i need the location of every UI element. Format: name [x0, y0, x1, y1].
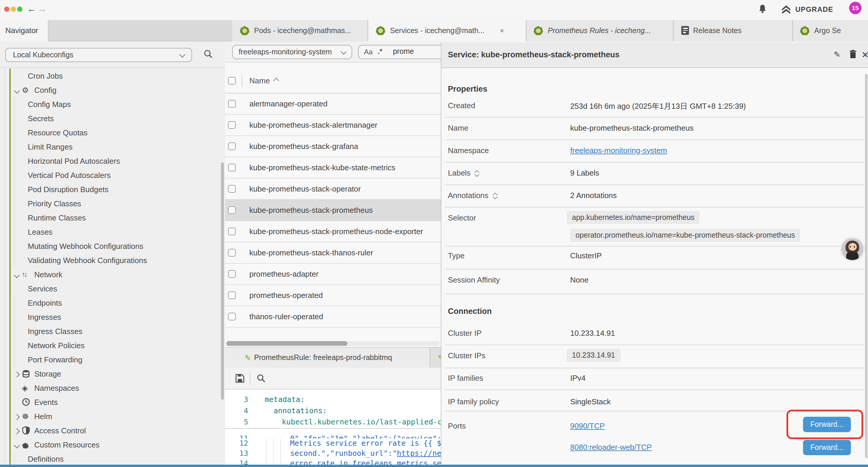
tree-item[interactable]: Cron Jobs [0, 68, 225, 83]
tree-item[interactable]: Custom Resources [0, 437, 225, 451]
table-horizontal-scrollbar[interactable] [226, 341, 440, 346]
table-row[interactable]: prometheus-operated [225, 285, 441, 306]
maximize-window-button[interactable] [17, 6, 23, 11]
tree-item[interactable]: ⚙ Config [0, 83, 225, 97]
tree-item[interactable]: Definitions [0, 451, 225, 466]
row-checkbox[interactable] [228, 185, 236, 193]
table-row[interactable]: kube-prometheus-stack-prometheus-node-ex… [225, 221, 441, 242]
chevron-down-icon[interactable] [15, 85, 22, 95]
name-column-header[interactable]: Name [249, 76, 270, 85]
table-row[interactable]: kube-prometheus-stack-alertmanager [225, 115, 441, 136]
chevron-right-icon[interactable] [15, 411, 22, 421]
table-row[interactable]: kube-prometheus-stack-kube-state-metrics [225, 157, 441, 178]
tree-item[interactable]: Horizontal Pod Autoscalers [0, 154, 225, 168]
search-filter-box[interactable]: Aa .* [358, 45, 441, 59]
trash-icon[interactable] [849, 49, 857, 58]
table-row[interactable]: kube-prometheus-stack-prometheus [225, 200, 441, 221]
row-checkbox[interactable] [228, 100, 236, 108]
tree-item[interactable]: Pod Disruption Budgets [0, 182, 225, 196]
back-arrow-icon[interactable]: ← [27, 4, 36, 13]
tree-item[interactable]: ↑↓ Network [0, 267, 225, 282]
tab-pods[interactable]: ☸ Pods - icecheng@mathmas... [232, 20, 368, 41]
tree-item[interactable]: Ingresses [0, 310, 225, 324]
tree-item[interactable]: Vertical Pod Autoscalers [0, 168, 225, 182]
tree-item[interactable]: Secrets [0, 111, 225, 125]
tree-item[interactable]: Leases [0, 225, 225, 239]
chevron-down-icon[interactable] [15, 269, 22, 280]
kubeconfig-select[interactable]: Local Kubeconfigs [5, 48, 192, 62]
search-icon[interactable] [203, 49, 213, 59]
tab-prometheus-rules[interactable]: ☸ Prometheus Rules - icecheng... [526, 20, 674, 41]
expand-collapse-icon[interactable] [474, 169, 480, 176]
minimize-window-button[interactable] [11, 6, 16, 11]
tree-item[interactable]: Network Policies [0, 338, 225, 352]
tab-services[interactable]: ☸ Services - icecheng@math... × [368, 20, 526, 41]
row-checkbox[interactable] [228, 143, 236, 150]
tab-release-notes[interactable]: Release Notes [674, 20, 793, 41]
row-checkbox[interactable] [228, 249, 236, 257]
row-checkbox[interactable] [228, 313, 236, 320]
tree-item[interactable]: Ingress Classes [0, 324, 225, 338]
tree-item[interactable]: Limit Ranges [0, 140, 225, 154]
table-row[interactable]: kube-prometheus-stack-operator [225, 178, 441, 200]
tab-navigator[interactable]: Navigator [0, 20, 49, 41]
row-checkbox[interactable] [228, 121, 236, 129]
avatar[interactable] [840, 236, 865, 262]
tree-item[interactable]: Storage [0, 367, 225, 381]
tree-item[interactable]: Config Maps [0, 97, 225, 111]
forward-arrow-icon[interactable]: → [38, 4, 47, 13]
namespace-select[interactable]: freeleaps-monitoring-system [232, 45, 352, 59]
table-row[interactable]: kube-prometheus-stack-grafana [225, 136, 441, 157]
chevron-right-icon[interactable] [15, 425, 22, 436]
tree-item[interactable]: ◈ Namespaces [0, 381, 225, 395]
chevron-right-icon[interactable] [15, 368, 22, 379]
bell-icon[interactable] [758, 4, 767, 14]
tree-item[interactable]: Access Control [0, 423, 225, 437]
close-window-button[interactable] [4, 6, 9, 11]
table-row[interactable]: kube-prometheus-stack-thanos-ruler [225, 242, 441, 264]
upgrade-label[interactable]: UPGRADE [795, 5, 833, 13]
search-icon[interactable] [256, 374, 266, 383]
runbook-url-link[interactable]: https://net [397, 449, 441, 458]
port-link-8080[interactable]: 8080:reloader-web/TCP [570, 442, 652, 451]
tree-item[interactable]: Events [0, 395, 225, 409]
row-checkbox[interactable] [228, 164, 236, 171]
tree-item[interactable]: Runtime Classes [0, 210, 225, 225]
tree-item[interactable]: Endpoints [0, 296, 225, 310]
yaml-editor[interactable]: 3 metadata: 4 annotations: 5 kubectl.kub… [225, 389, 441, 465]
drawer-scrollbar[interactable] [865, 74, 867, 458]
match-case-icon[interactable]: Aa [364, 48, 373, 56]
table-row[interactable]: prometheus-adapter [225, 264, 441, 285]
tree-item[interactable]: Validating Webhook Configurations [0, 253, 225, 267]
row-checkbox[interactable] [228, 270, 236, 278]
tree-item[interactable]: Mutating Webhook Configurations [0, 239, 225, 253]
tree-item[interactable]: Resource Quotas [0, 125, 225, 140]
tree-item[interactable]: Services [0, 282, 225, 296]
editor-tab-prometheusrule[interactable]: ✎ PrometheusRule: freeleaps-prod-rabbitm… [225, 348, 430, 368]
save-icon[interactable] [235, 374, 245, 383]
port-link-9090[interactable]: 9090/TCP [570, 421, 605, 430]
table-row[interactable]: alertmanager-operated [225, 93, 441, 115]
row-checkbox[interactable] [228, 228, 236, 235]
regex-icon[interactable]: .* [378, 47, 382, 56]
sidebar-scrollbar[interactable] [221, 163, 224, 400]
annotations-value[interactable]: 2 Annotations [570, 191, 617, 200]
expand-collapse-icon[interactable] [492, 191, 498, 199]
sort-ascending-icon[interactable] [273, 78, 279, 84]
notification-badge[interactable]: 15 [849, 2, 862, 14]
tree-item[interactable]: Port Forwarding [0, 352, 225, 367]
table-row[interactable]: thanos-ruler-operated [225, 306, 441, 327]
tree-item[interactable]: Priority Classes [0, 196, 225, 210]
column-divider[interactable] [242, 75, 242, 87]
tab-argo[interactable]: ☸ Argo Se [793, 20, 868, 41]
edit-pencil-icon[interactable]: ✎ [834, 49, 840, 59]
chevron-down-icon[interactable] [15, 439, 22, 450]
search-input[interactable] [392, 47, 441, 56]
labels-value[interactable]: 9 Labels [570, 168, 599, 177]
close-icon[interactable]: ✕ [862, 49, 868, 60]
select-all-checkbox[interactable] [228, 77, 236, 85]
row-checkbox[interactable] [228, 206, 236, 214]
forward-button-8080[interactable]: Forward... [803, 440, 851, 455]
tree-item[interactable]: ☸ Helm [0, 409, 225, 423]
row-checkbox[interactable] [228, 291, 236, 299]
